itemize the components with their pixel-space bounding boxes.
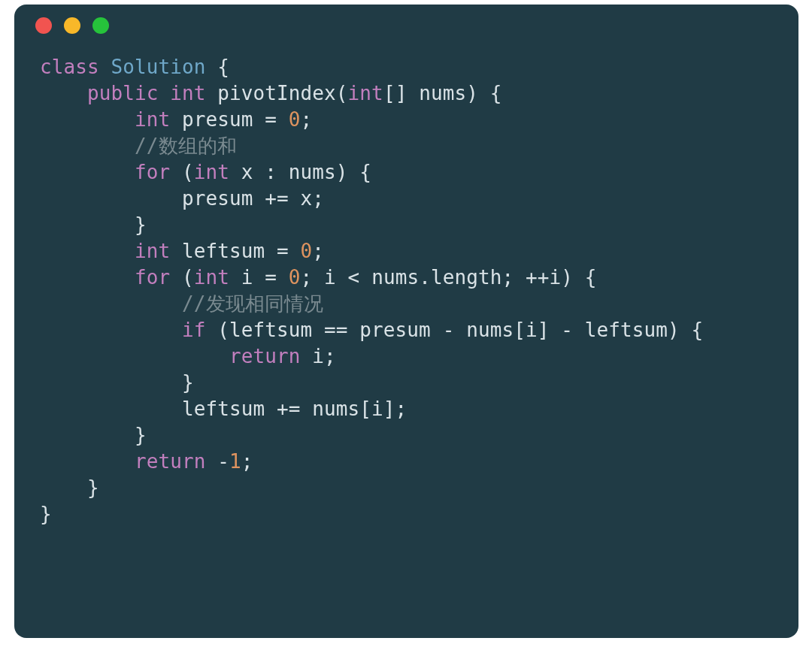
code-token: for — [135, 266, 182, 289]
code-token: 0 — [289, 266, 301, 289]
code-token: 1 — [229, 450, 241, 473]
code-line: return i; — [40, 343, 773, 370]
code-token: return — [135, 450, 217, 473]
code-block: class Solution { public int pivotIndex(i… — [14, 47, 798, 553]
code-line: //发现相同情况 — [40, 291, 773, 317]
code-token: public — [87, 82, 170, 104]
code-token: pivotIndex( — [217, 82, 347, 104]
code-token: leftsum = — [182, 240, 301, 262]
zoom-icon[interactable] — [92, 17, 109, 34]
code-line: presum += x; — [40, 186, 773, 212]
code-token: x : nums) { — [241, 161, 371, 183]
code-token: ( — [182, 266, 194, 289]
code-token: int — [348, 82, 383, 104]
code-token: i = — [241, 266, 289, 289]
code-line: } — [40, 422, 773, 449]
code-window: class Solution { public int pivotIndex(i… — [14, 5, 798, 638]
code-line: leftsum += nums[i]; — [40, 396, 773, 422]
code-token: i; — [312, 345, 336, 367]
code-line: class Solution { — [40, 54, 773, 80]
code-line: } — [40, 370, 773, 396]
code-line: //数组的和 — [40, 133, 773, 159]
code-token: } — [182, 371, 194, 394]
code-token: int — [135, 240, 182, 262]
code-token: int — [135, 108, 182, 131]
code-token: //发现相同情况 — [182, 292, 323, 315]
code-line: int leftsum = 0; — [40, 238, 773, 265]
code-token: ; — [301, 108, 313, 131]
code-token: } — [135, 424, 147, 446]
code-token: ; i < nums.length; ++i) { — [301, 266, 597, 289]
code-token: if — [182, 319, 217, 341]
close-icon[interactable] — [35, 17, 52, 34]
code-line: if (leftsum == presum - nums[i] - leftsu… — [40, 317, 773, 343]
code-token: return — [229, 345, 312, 367]
code-token: int — [194, 266, 241, 289]
code-token: leftsum += nums[i]; — [182, 398, 407, 420]
code-line: } — [40, 212, 773, 238]
code-token: (leftsum == presum - nums[i] - leftsum) … — [217, 319, 703, 341]
code-token: } — [40, 503, 52, 525]
code-token: ( — [182, 161, 194, 183]
code-token: { — [217, 56, 229, 78]
code-line: for (int x : nums) { — [40, 159, 773, 186]
code-token: int — [194, 161, 241, 183]
code-token: presum += x; — [182, 187, 324, 210]
code-token: int — [170, 82, 217, 104]
window-titlebar — [14, 5, 798, 47]
code-token: ; — [241, 450, 253, 473]
code-token: for — [135, 161, 182, 183]
code-token: presum = — [182, 108, 289, 131]
code-token: } — [135, 213, 147, 236]
code-line: int presum = 0; — [40, 107, 773, 133]
code-token: //数组的和 — [135, 135, 237, 157]
code-line: return -1; — [40, 449, 773, 475]
code-line: } — [40, 475, 773, 501]
code-token: } — [87, 476, 99, 499]
code-token: ; — [312, 240, 324, 262]
code-line: } — [40, 501, 773, 528]
code-token: Solution — [111, 56, 218, 78]
code-token: 0 — [301, 240, 313, 262]
code-line: for (int i = 0; i < nums.length; ++i) { — [40, 265, 773, 291]
minimize-icon[interactable] — [64, 17, 80, 34]
code-token: - — [217, 450, 229, 473]
code-line: public int pivotIndex(int[] nums) { — [40, 80, 773, 107]
code-token: 0 — [289, 108, 301, 131]
code-token: class — [40, 56, 111, 78]
code-token: [] nums) { — [383, 82, 502, 104]
